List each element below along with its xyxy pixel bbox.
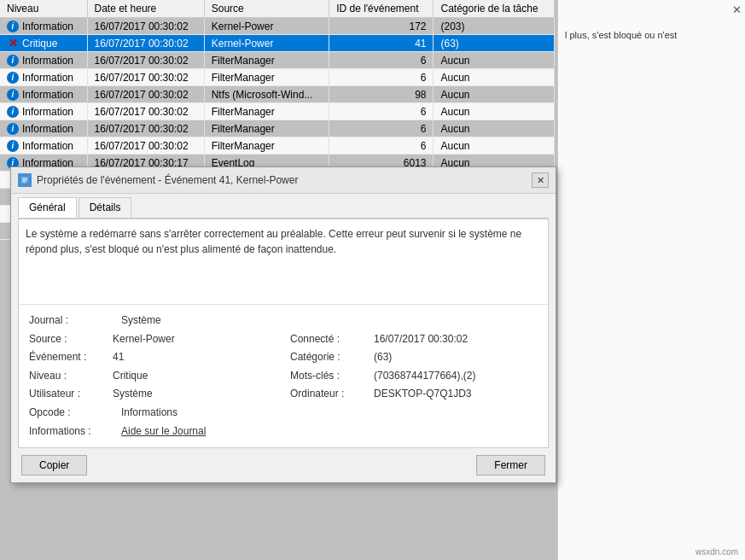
detail-level-row: Niveau : Critique [29,367,276,386]
detail-keywords-value: (70368744177664),(2) [374,367,475,386]
detail-category-label: Catégorie : [290,348,367,367]
left-col: Source : Kernel-Power Événement : 41 Niv… [29,330,276,404]
detail-keywords-label: Mots-clés : [290,367,367,386]
detail-user-label: Utilisateur : [29,385,106,404]
tab-details[interactable]: Détails [79,197,132,218]
modal-title-icon [18,173,32,187]
detail-journal-row: Journal : Système [29,312,538,330]
detail-info-label: Informations : [29,423,114,441]
detail-computer-value: DESKTOP-Q7Q1JD3 [374,385,471,404]
detail-info-row: Informations : Aide sur le Journal [29,423,538,441]
detail-computer-label: Ordinateur : [290,385,367,404]
modal-title-area: Propriétés de l'événement - Événement 41… [18,173,298,187]
detail-opcode-value: Informations [121,404,178,423]
detail-source-value: Kernel-Power [113,330,175,349]
detail-category-row: Catégorie : (63) [290,348,538,367]
detail-event-value: 41 [113,348,124,367]
detail-info-link[interactable]: Aide sur le Journal [121,423,206,441]
detail-opcode-row: Opcode : Informations [29,404,538,423]
tab-general[interactable]: Général [18,197,77,218]
detail-level-label: Niveau : [29,367,106,386]
detail-event-row: Événement : 41 [29,348,276,367]
detail-opcode-label: Opcode : [29,404,114,423]
detail-event-label: Événement : [29,348,106,367]
detail-connected-row: Connecté : 16/07/2017 00:30:02 [290,330,538,349]
detail-connected-label: Connecté : [290,330,367,349]
detail-journal-value: Système [121,312,161,330]
close-button[interactable]: Fermer [476,455,545,475]
detail-journal-label: Journal : [29,312,114,330]
event-message-text: Le système a redémarré sans s'arrêter co… [26,228,521,255]
detail-source-row: Source : Kernel-Power [29,330,276,349]
modal-footer: Copier Fermer [11,448,556,482]
detail-two-col-area: Source : Kernel-Power Événement : 41 Niv… [29,330,538,404]
right-col: Connecté : 16/07/2017 00:30:02 Catégorie… [290,330,538,404]
modal-body: Le système a redémarré sans s'arrêter co… [18,219,549,448]
modal-titlebar: Propriétés de l'événement - Événement 41… [11,167,556,194]
detail-connected-value: 16/07/2017 00:30:02 [374,330,468,349]
detail-keywords-row: Mots-clés : (70368744177664),(2) [290,367,538,386]
watermark: wsxdn.com [696,547,738,557]
copy-button[interactable]: Copier [21,455,87,475]
detail-user-value: Système [113,385,153,404]
modal-title-text: Propriétés de l'événement - Événement 41… [37,174,298,186]
detail-user-row: Utilisateur : Système [29,385,276,404]
modal-tabs: Général Détails [11,194,556,218]
modal-close-button[interactable]: ✕ [532,172,549,188]
detail-source-label: Source : [29,330,106,349]
detail-grid: Journal : Système Source : Kernel-Power … [19,305,548,447]
event-properties-dialog: Propriétés de l'événement - Événement 41… [10,166,556,483]
detail-level-value: Critique [113,367,148,386]
event-message: Le système a redémarré sans s'arrêter co… [19,219,548,305]
detail-computer-row: Ordinateur : DESKTOP-Q7Q1JD3 [290,385,538,404]
detail-category-value: (63) [374,348,392,367]
